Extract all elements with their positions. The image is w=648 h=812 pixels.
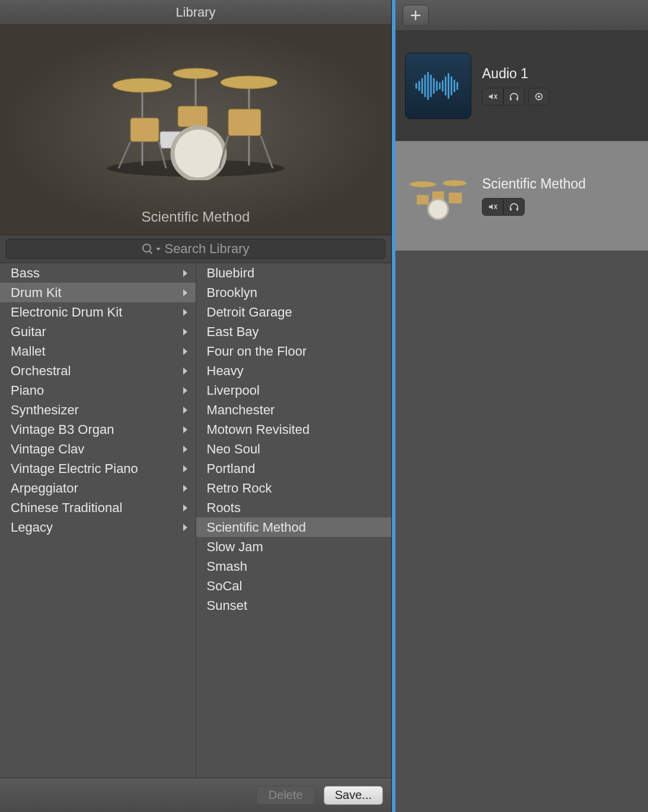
preset-label: Neo Soul: [207, 442, 261, 457]
category-row[interactable]: Synthesizer: [0, 400, 196, 420]
add-track-button[interactable]: [403, 5, 429, 26]
chevron-right-icon: [183, 426, 187, 433]
svg-point-35: [538, 95, 540, 98]
preset-label: Scientific Method: [207, 520, 307, 535]
preview-area: Scientific Method: [0, 25, 391, 235]
search-dropdown-icon[interactable]: [156, 248, 161, 251]
preset-row[interactable]: Smash: [196, 557, 392, 576]
preset-row[interactable]: Slow Jam: [196, 537, 392, 557]
chevron-right-icon: [183, 348, 187, 355]
preset-label: Liverpool: [207, 383, 260, 398]
preset-label: Bluebird: [207, 266, 255, 281]
category-row[interactable]: Guitar: [0, 322, 196, 341]
preview-label: Scientific Method: [142, 209, 250, 225]
category-label: Chinese Traditional: [11, 500, 122, 516]
preset-label: Heavy: [207, 363, 244, 379]
mute-button[interactable]: [482, 198, 503, 216]
preset-row[interactable]: Roots: [196, 498, 392, 517]
category-row[interactable]: Vintage B3 Organ: [0, 420, 196, 439]
preset-row[interactable]: Four on the Floor: [196, 341, 392, 361]
svg-rect-19: [422, 78, 423, 93]
chevron-right-icon: [183, 328, 187, 335]
solo-headphones-button[interactable]: [503, 198, 525, 216]
preset-label: Smash: [207, 559, 247, 574]
preset-label: Slow Jam: [207, 539, 263, 555]
preset-row[interactable]: Brooklyn: [196, 283, 392, 302]
chevron-right-icon: [183, 407, 187, 414]
svg-point-36: [410, 181, 436, 187]
category-column[interactable]: BassDrum KitElectronic Drum KitGuitarMal…: [0, 263, 196, 778]
category-label: Vintage Electric Piano: [11, 461, 138, 477]
chevron-right-icon: [183, 309, 187, 316]
category-label: Piano: [11, 383, 44, 398]
search-input[interactable]: Search Library: [6, 239, 385, 259]
svg-point-3: [221, 76, 277, 89]
svg-rect-39: [449, 193, 462, 203]
svg-rect-31: [457, 82, 458, 89]
preset-label: Sunset: [207, 598, 248, 613]
category-row[interactable]: Vintage Clav: [0, 439, 196, 459]
category-row[interactable]: Piano: [0, 381, 196, 400]
category-row[interactable]: Orchestral: [0, 361, 196, 381]
category-label: Electronic Drum Kit: [11, 305, 122, 320]
library-bottom-bar: Delete Save...: [0, 778, 391, 812]
delete-button[interactable]: Delete: [256, 786, 315, 805]
preset-row[interactable]: SoCal: [196, 576, 392, 596]
solo-headphones-button[interactable]: [503, 88, 525, 106]
preset-row[interactable]: Sunset: [196, 596, 392, 615]
tracks-toolbar: [395, 0, 648, 31]
preset-row[interactable]: Portland: [196, 459, 392, 478]
category-row[interactable]: Drum Kit: [0, 283, 196, 302]
search-placeholder: Search Library: [164, 241, 249, 257]
chevron-right-icon: [183, 465, 187, 472]
svg-rect-22: [430, 75, 432, 97]
track-title: Audio 1: [482, 66, 550, 82]
preset-label: SoCal: [207, 578, 242, 594]
preset-row[interactable]: Scientific Method: [196, 517, 392, 537]
svg-rect-18: [419, 81, 420, 91]
category-row[interactable]: Legacy: [0, 517, 196, 537]
category-row[interactable]: Chinese Traditional: [0, 498, 196, 517]
preset-row[interactable]: Neo Soul: [196, 439, 392, 459]
category-label: Legacy: [11, 520, 53, 535]
tracks-panel-wrap: Audio 1Scientific Method: [392, 0, 648, 812]
svg-rect-38: [417, 195, 429, 204]
preset-row[interactable]: Liverpool: [196, 381, 392, 400]
preset-row[interactable]: Detroit Garage: [196, 302, 392, 322]
category-label: Drum Kit: [11, 285, 62, 300]
category-row[interactable]: Arpeggiator: [0, 478, 196, 498]
svg-rect-29: [451, 76, 452, 95]
track-row[interactable]: Scientific Method: [395, 141, 648, 251]
svg-rect-21: [427, 72, 429, 100]
preset-row[interactable]: Retro Rock: [196, 478, 392, 498]
preset-label: Detroit Garage: [207, 305, 292, 320]
svg-rect-28: [448, 73, 449, 98]
category-row[interactable]: Mallet: [0, 341, 196, 361]
preset-column[interactable]: BluebirdBrooklynDetroit GarageEast BayFo…: [196, 263, 392, 778]
category-label: Vintage Clav: [11, 442, 84, 457]
chevron-right-icon: [183, 504, 187, 512]
svg-rect-24: [436, 81, 438, 91]
input-monitor-button[interactable]: [528, 88, 550, 106]
tracks-list: Audio 1Scientific Method: [395, 31, 648, 251]
category-row[interactable]: Bass: [0, 263, 196, 283]
category-row[interactable]: Vintage Electric Piano: [0, 459, 196, 478]
save-button[interactable]: Save...: [324, 786, 383, 805]
svg-rect-17: [416, 83, 417, 88]
chevron-right-icon: [183, 446, 187, 453]
drumkit-preview-icon: [101, 25, 291, 205]
preset-row[interactable]: East Bay: [196, 322, 392, 341]
svg-rect-20: [424, 75, 426, 97]
browser-columns: BassDrum KitElectronic Drum KitGuitarMal…: [0, 263, 391, 778]
preset-label: Retro Rock: [207, 481, 272, 496]
svg-rect-9: [178, 106, 208, 127]
preset-row[interactable]: Manchester: [196, 400, 392, 420]
preset-row[interactable]: Motown Revisited: [196, 420, 392, 439]
preset-row[interactable]: Heavy: [196, 361, 392, 381]
category-label: Mallet: [11, 344, 46, 359]
category-row[interactable]: Electronic Drum Kit: [0, 302, 196, 322]
preset-row[interactable]: Bluebird: [196, 263, 392, 283]
track-row[interactable]: Audio 1: [395, 31, 648, 141]
mute-button[interactable]: [482, 88, 503, 106]
track-title: Scientific Method: [482, 176, 586, 192]
